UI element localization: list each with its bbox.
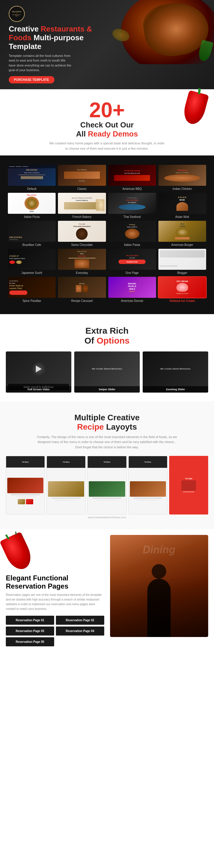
recipe-item-4[interactable]: The Menu	[129, 456, 168, 515]
demo-item-one-page[interactable]: You Can't Beat Our Grill RESERVE NOW One…	[108, 249, 156, 275]
reservation-btn-2[interactable]: Reservation Page 02	[56, 616, 104, 625]
demo-label-default: Default	[27, 187, 36, 190]
demo-thumb-brazillian-cafe: DELICIOSA Cafe Moinae	[8, 221, 56, 242]
demo-label-recipe-carousel: Recipe Carousel	[71, 299, 93, 303]
demo-item-american-donuts[interactable]: MAKING PEOPLE SMILE ABOUT American Donut…	[108, 277, 156, 303]
demo-thumb-american-donuts: MAKING PEOPLE SMILE ABOUT	[108, 277, 156, 298]
hero-title-multipurpose: Multi-purpose	[31, 33, 83, 42]
recipe-food-img-4	[130, 481, 166, 497]
watermark: www.DownloadNewThemes.com	[6, 515, 208, 520]
option-zooming-slider[interactable]: We Create Sweet Memories Zooming Slider	[143, 351, 208, 393]
options-grid: Eatin' Good in Deliciosa Full Screen Vid…	[6, 351, 208, 393]
demo-item-thai-seafood[interactable]: Chef Message You Can't Beat Our Seafood …	[108, 193, 156, 218]
demo-thumb-american-burger: WILD LOADED	[158, 221, 206, 242]
hero-content: DELICIOSA ✕ RESTAURANT & CAFE Creative R…	[9, 6, 205, 84]
hero-title-accent1: Restaurants &	[41, 25, 92, 33]
recipe-food-img-1	[7, 478, 43, 493]
demo-item-brazillian-cafe[interactable]: DELICIOSA Cafe Moinae Brazillian Cafe	[8, 221, 56, 246]
recipe-heading: Multiple Creative Recipe Layoyts	[6, 413, 208, 432]
reservation-btn-1[interactable]: Reservation Page 01	[6, 616, 54, 625]
hero-title: Creative Restaurants & Foods Multi-purpo…	[9, 25, 205, 51]
hero-title-accent2: Foods	[9, 33, 31, 42]
demo-item-classic[interactable]: Our History Our Story Classic	[58, 165, 106, 190]
purchase-button[interactable]: PURCHASE TEMPLATE	[9, 76, 55, 84]
recipe-body-2	[47, 468, 85, 514]
recipe-header-3: The Menu	[87, 456, 126, 468]
demo-item-american-burger[interactable]: WILD LOADED American Burger	[158, 221, 206, 246]
demo-label-american-burger: American Burger	[171, 243, 193, 246]
recipe-body-4	[129, 468, 167, 514]
demo-row-1: DELICIOSA Eatin' Good in Deliciosa Defau…	[8, 165, 206, 190]
demo-thumb-japanese-sushi: A taste of Fresh Japanese Cuisine	[8, 249, 56, 270]
demos-heading-accent: Ready Demos	[88, 129, 138, 138]
demo-thumb-default: DELICIOSA Eatin' Good in Deliciosa	[8, 165, 56, 186]
recipe-item-1[interactable]: The Menu	[6, 456, 45, 515]
demos-heading-line1: Check Out Our	[80, 120, 134, 129]
demo-item-italian-pizza[interactable]: DELICIOSA PIZZA Italian Pizza	[8, 193, 56, 218]
demo-label-japanese-sushi: Japanese Sushi	[22, 271, 42, 275]
recipe-item-5[interactable]: TRI $$$$	[169, 456, 208, 515]
demo-thumb-holland-ice-cream: ICE CREAM Holland Ice Cream	[158, 277, 206, 298]
recipe-item-3[interactable]: The Menu	[87, 456, 127, 515]
pepper-decoration	[185, 92, 205, 124]
demo-label-classic: Classic	[77, 187, 86, 190]
demo-label-thai-seafood: Thai Seafood	[123, 215, 141, 218]
demo-thumb-american-bbq: An Upscale Casual You Can't Beat Our Gri…	[108, 165, 156, 186]
demo-thumb-thai-seafood: Chef Message You Can't Beat Our Seafood	[108, 193, 156, 214]
hero-logo: DELICIOSA ✕ RESTAURANT & CAFE	[9, 6, 25, 22]
reservation-pepper	[6, 535, 104, 571]
demo-item-japanese-sushi[interactable]: A taste of Fresh Japanese Cuisine Japane…	[8, 249, 56, 275]
reservation-buttons: Reservation Page 01 Reservation Page 02 …	[6, 616, 104, 646]
demos-heading-line2: All	[76, 129, 87, 138]
demo-item-everyday[interactable]: DELICIOUS GRILL Tasty Food Everyday	[58, 249, 106, 275]
demo-label-holland-ice-cream: Holland Ice Cream	[170, 299, 195, 303]
demo-item-spice-parallax[interactable]: Eat Breakfast Be Great Fresh Taste at La…	[8, 277, 56, 303]
demo-item-holland-ice-cream[interactable]: ICE CREAM Holland Ice Cream Holland Ice …	[158, 277, 206, 303]
demos-count: 20+	[76, 99, 138, 120]
demo-label-french-bakery: French Bakery	[72, 215, 92, 218]
option-fullscreen-video[interactable]: Eatin' Good in Deliciosa Full Screen Vid…	[6, 351, 71, 393]
demo-label-italian-pizza: Italian Pizza	[24, 215, 40, 218]
demo-label-spice-parallax: Spice Parallax	[23, 299, 41, 303]
demos-description: We created many home pages with a specia…	[49, 141, 165, 151]
reservation-btn-5[interactable]: Reservation Page 05	[6, 637, 54, 646]
demos-heading: Check Out Our All Ready Demos	[76, 120, 138, 138]
demo-thumb-swiss-chocolate: Chocolate Chocolate Sensation	[58, 221, 106, 242]
demo-item-indian-chicken[interactable]: The Art of Spices & Flavors Indian Chick…	[158, 165, 206, 190]
demo-thumb-italian-pizza: DELICIOSA PIZZA	[8, 193, 56, 214]
demo-item-asian-wok[interactable]: ASIAN WOK Asian Wok	[158, 193, 206, 218]
demo-item-recipe-carousel[interactable]: Dining Recipe Carousel	[58, 277, 106, 303]
reservation-btn-4[interactable]: Reservation Page 04	[56, 626, 104, 636]
demo-label-american-bbq: American BBQ	[122, 187, 142, 190]
demo-item-american-bbq[interactable]: An Upscale Casual You Can't Beat Our Gri…	[108, 165, 156, 190]
option-swiper-slider[interactable]: We Create Sweet Memories Swiper Slider	[74, 351, 140, 393]
demo-label-everyday: Everyday	[76, 271, 88, 275]
recipe-body-3	[87, 468, 126, 514]
demo-thumb-everyday: DELICIOUS GRILL Tasty Food	[58, 249, 106, 270]
recipe-grid: The Menu The Menu	[6, 456, 208, 515]
demo-label-italian-pasta: Italian Pasta	[124, 243, 140, 246]
demo-item-default[interactable]: DELICIOSA Eatin' Good in Deliciosa Defau…	[8, 165, 56, 190]
hero-description: Template contains all the food cultures …	[9, 53, 73, 73]
demo-label-american-donuts: American Donuts	[121, 299, 143, 303]
demos-grid: DELICIOSA Eatin' Good in Deliciosa Defau…	[4, 161, 210, 308]
demo-item-swiss-chocolate[interactable]: Chocolate Chocolate Sensation Swiss Choc…	[58, 221, 106, 246]
demo-item-italian-pasta[interactable]: Getting Saucy With It Italian Pasta	[108, 221, 156, 246]
demo-label-indian-chicken: Indian Chicken	[173, 187, 192, 190]
demo-thumb-spice-parallax: Eat Breakfast Be Great Fresh Taste at La…	[8, 277, 56, 298]
demos-intro-section: 20+ Check Out Our All Ready Demos We cre…	[0, 89, 214, 156]
demo-row-4: A taste of Fresh Japanese Cuisine Japane…	[8, 249, 206, 275]
demo-thumb-asian-wok: ASIAN WOK	[158, 193, 206, 214]
reservation-heading: Elegant Functional Reservation Pages	[6, 574, 104, 590]
demo-thumb-italian-pasta: Getting Saucy With It	[108, 221, 156, 242]
demo-item-blogger[interactable]: Blogger	[158, 249, 206, 275]
demo-item-french-bakery[interactable]: QUALITY BREAD & PASTRIES French Bakery F…	[58, 193, 106, 218]
demo-thumb-one-page: You Can't Beat Our Grill RESERVE NOW	[108, 249, 156, 270]
recipe-food-img-2	[48, 481, 84, 497]
reservation-left: Elegant Functional Reservation Pages Res…	[6, 535, 104, 646]
demo-grid-section: DELICIOSA Eatin' Good in Deliciosa Defau…	[0, 155, 214, 314]
recipe-item-2[interactable]: The Menu	[46, 456, 85, 515]
extra-rich-heading-accent: Options	[97, 336, 130, 345]
reservation-btn-3[interactable]: Reservation Page 03	[6, 626, 54, 636]
watermark-text: www.DownloadNewThemes.com	[88, 516, 127, 519]
